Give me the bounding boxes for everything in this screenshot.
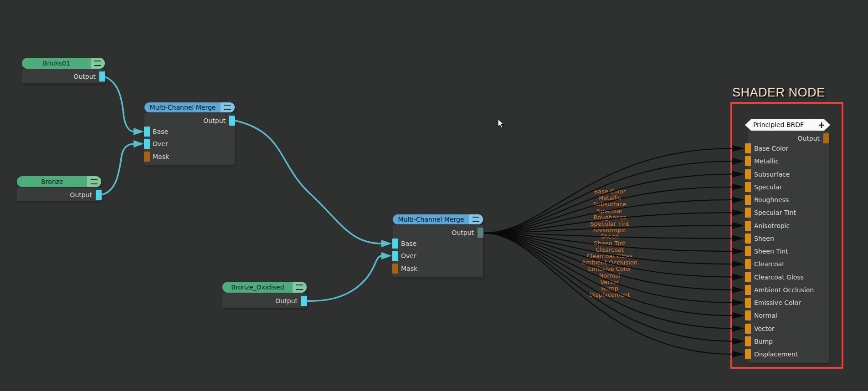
wire-arrowhead (134, 128, 144, 135)
menu-icon (296, 284, 303, 290)
input-port-base[interactable] (144, 127, 150, 137)
port-label: Ambient Occlusion (754, 285, 814, 295)
wire-label: Sheen Tint (541, 240, 678, 247)
node-menu-button[interactable] (469, 214, 483, 224)
input-port-subsurface[interactable] (745, 169, 751, 179)
node-multi-channel-merge-1[interactable]: Multi-Channel Merge Output Base Over Mas… (144, 102, 235, 165)
port-label: Output (275, 296, 298, 306)
wire-label: Anisotropic (541, 227, 678, 234)
node-body[interactable]: Output (22, 69, 105, 83)
brdf-input-row: Specular Tint (748, 208, 829, 218)
output-port[interactable] (301, 296, 307, 306)
input-port-normal[interactable] (745, 310, 751, 320)
input-row: Over (144, 139, 235, 149)
input-row: Mask (144, 152, 235, 162)
wire-label: Normal (541, 272, 678, 279)
menu-icon (91, 179, 98, 184)
menu-icon (224, 105, 231, 110)
input-port-roughness[interactable] (745, 195, 751, 205)
wire-label: Ambient Occlusion (541, 259, 678, 266)
wire-label: Base Color (541, 188, 678, 195)
input-port-metallic[interactable] (745, 156, 751, 166)
brdf-input-row: Roughness (748, 195, 829, 205)
node-body[interactable]: Output Base Over Mask (393, 225, 483, 277)
input-row: Mask (393, 264, 483, 274)
node-header[interactable]: Multi-Channel Merge (144, 102, 235, 112)
input-port-specular[interactable] (745, 182, 751, 192)
node-header[interactable]: Bronze (17, 176, 101, 187)
node-bricks01[interactable]: Bricks01 Output (22, 58, 105, 83)
input-port-specular-tint[interactable] (745, 208, 751, 218)
input-port-clearcoat-gloss[interactable] (745, 272, 751, 282)
node-bronze-oxidised[interactable]: Bronze_Oxidised Output (222, 282, 307, 308)
input-port-mask[interactable] (392, 264, 398, 274)
brdf-input-row: Metallic (748, 156, 829, 166)
node-principled-brdf[interactable]: Output Base ColorMetallicSubsurfaceSpecu… (748, 131, 829, 363)
node-menu-button[interactable] (91, 58, 105, 69)
port-label: Mask (153, 152, 169, 162)
brdf-input-row: Sheen (748, 234, 829, 244)
wire-bronzeoxidised-to-merge2-over (307, 256, 382, 301)
shader-node-header[interactable]: Principled BRDF + (745, 119, 830, 131)
node-header[interactable]: Bricks01 (22, 58, 105, 69)
wire-label: Clearcoat Gloss (541, 253, 678, 259)
input-port-over[interactable] (144, 139, 150, 149)
output-port[interactable] (96, 190, 102, 200)
input-row: Base (144, 127, 235, 137)
port-label: Clearcoat (754, 259, 785, 269)
node-menu-button[interactable] (87, 176, 101, 187)
port-label: Base (401, 239, 416, 249)
node-menu-button[interactable] (221, 102, 235, 112)
output-row: Output (393, 228, 483, 238)
input-port-bump[interactable] (745, 336, 751, 346)
port-label: Base Color (754, 143, 788, 153)
input-port-mask[interactable] (144, 152, 150, 162)
node-title: Principled BRDF (745, 119, 812, 131)
input-port-vector[interactable] (745, 324, 751, 334)
output-row: Output (222, 296, 307, 306)
plus-icon[interactable]: + (818, 119, 825, 131)
input-port-sheen-tint[interactable] (745, 246, 751, 256)
wire-label: Roughness (541, 214, 678, 221)
input-port-clearcoat[interactable] (745, 259, 751, 269)
brdf-input-row: Base Color (748, 143, 829, 153)
wire-label: Displacement (541, 291, 678, 298)
node-multi-channel-merge-2[interactable]: Multi-Channel Merge Output Base Over Mas… (393, 214, 483, 277)
wire-arrowhead (134, 140, 144, 147)
menu-icon (94, 61, 101, 66)
node-menu-button[interactable] (293, 282, 307, 293)
input-port-base-color[interactable] (745, 143, 751, 153)
header-divider (815, 119, 815, 131)
output-port[interactable] (229, 116, 235, 126)
wire-arrowhead (381, 252, 392, 259)
port-label: Anisotropic (754, 221, 790, 231)
port-label: Output (797, 133, 820, 143)
input-port-over[interactable] (392, 251, 398, 261)
node-header[interactable]: Multi-Channel Merge (393, 214, 483, 224)
brdf-input-row: Anisotropic (748, 221, 829, 231)
node-graph-canvas[interactable]: SHADER NODE Bricks01 Output Bronze Outpu… (0, 0, 868, 391)
node-body[interactable]: Output (222, 293, 307, 308)
input-port-sheen[interactable] (745, 234, 751, 244)
input-port-emissive-color[interactable] (745, 298, 751, 308)
node-body[interactable]: Output Base Over Mask (144, 113, 235, 165)
wire-arrowhead (381, 240, 392, 247)
output-port[interactable] (478, 228, 483, 238)
port-label: Bump (754, 336, 773, 346)
input-port-anisotropic[interactable] (745, 221, 751, 231)
wire-label: Emissive Color (541, 265, 678, 272)
port-label: Roughness (754, 195, 789, 205)
input-port-base[interactable] (392, 239, 398, 249)
brdf-input-row: Emissive Color (748, 298, 829, 308)
node-header[interactable]: Bronze_Oxidised (222, 282, 307, 293)
node-bronze[interactable]: Bronze Output (17, 176, 101, 201)
input-port-displacement[interactable] (745, 349, 751, 359)
wire-label: Subsurface (541, 201, 678, 208)
input-row: Base (393, 239, 483, 249)
input-port-ambient-occlusion[interactable] (745, 285, 751, 295)
wire-label: Specular (541, 208, 678, 214)
output-port[interactable] (823, 133, 829, 143)
port-label: Subsurface (754, 169, 790, 179)
node-body[interactable]: Output (17, 188, 101, 201)
output-port[interactable] (99, 71, 105, 81)
